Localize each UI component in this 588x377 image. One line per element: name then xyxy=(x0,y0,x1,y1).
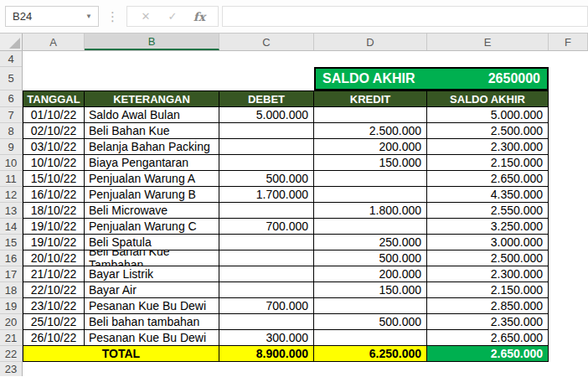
cell-kredit[interactable]: 250.000 xyxy=(314,235,427,250)
cell-saldo[interactable]: 2.550.000 xyxy=(427,203,549,219)
total-saldo-cell[interactable]: 2.650.000 xyxy=(427,346,549,362)
insert-function-icon[interactable]: fx xyxy=(186,10,213,23)
cell-kredit[interactable]: 500.000 xyxy=(314,250,427,266)
cell-tanggal[interactable]: 19/10/22 xyxy=(23,219,85,235)
cell-saldo[interactable]: 2.150.000 xyxy=(427,282,549,298)
cell-saldo[interactable]: 2.650.000 xyxy=(427,171,549,187)
cell-kredit[interactable]: 500.000 xyxy=(314,314,427,330)
cell-saldo[interactable]: 2.150.000 xyxy=(427,155,549,171)
name-box[interactable]: B24 ▼ xyxy=(5,6,99,27)
empty-row-23[interactable] xyxy=(23,362,588,376)
cell-kredit[interactable] xyxy=(314,298,427,314)
cell-kredit[interactable] xyxy=(314,219,427,235)
row-header-20[interactable]: 20 xyxy=(0,314,22,330)
name-box-dropdown-icon[interactable]: ▼ xyxy=(80,13,98,20)
header-saldo-akhir[interactable]: SALDO AKHIR xyxy=(427,90,549,107)
formula-bar-input[interactable] xyxy=(222,6,588,27)
cell-debet[interactable]: 1.700.000 xyxy=(219,187,314,203)
column-header-f[interactable]: F xyxy=(549,34,588,50)
empty-cells-a5-c5[interactable] xyxy=(23,67,314,90)
cell-saldo[interactable]: 3.250.000 xyxy=(427,219,549,235)
row-header-21[interactable]: 21 xyxy=(0,330,22,346)
cell-debet[interactable] xyxy=(219,250,314,266)
cell-debet[interactable] xyxy=(219,282,314,298)
cell-tanggal[interactable]: 03/10/22 xyxy=(23,139,85,155)
cell-debet[interactable]: 500.000 xyxy=(219,171,314,187)
cell-debet[interactable] xyxy=(219,203,314,219)
cell-saldo[interactable]: 2.850.000 xyxy=(427,298,549,314)
header-keterangan[interactable]: KETERANGAN xyxy=(85,90,219,107)
cell-saldo[interactable]: 2.300.000 xyxy=(427,139,549,155)
cell-keterangan[interactable]: Penjualan Warung B xyxy=(85,187,219,203)
cell-kredit[interactable] xyxy=(314,107,427,123)
cell-kredit[interactable] xyxy=(314,330,427,346)
row-header-17[interactable]: 17 xyxy=(0,266,22,282)
row-header-19[interactable]: 19 xyxy=(0,298,22,314)
row-header-18[interactable]: 18 xyxy=(0,282,22,298)
cell-saldo[interactable]: 2.350.000 xyxy=(427,314,549,330)
cell-debet[interactable] xyxy=(219,235,314,250)
cell-kredit[interactable]: 150.000 xyxy=(314,155,427,171)
cell-saldo[interactable]: 3.000.000 xyxy=(427,235,549,250)
cell-tanggal[interactable]: 10/10/22 xyxy=(23,155,85,171)
cell-saldo[interactable]: 5.000.000 xyxy=(427,107,549,123)
cell-tanggal[interactable]: 20/10/22 xyxy=(23,250,85,266)
cell-tanggal[interactable]: 19/10/22 xyxy=(23,235,85,250)
row-header-5[interactable]: 5 xyxy=(0,67,22,90)
cell-saldo[interactable]: 2.500.000 xyxy=(427,123,549,139)
row-header-10[interactable]: 10 xyxy=(0,155,22,171)
cell-debet[interactable] xyxy=(219,155,314,171)
cell-keterangan[interactable]: Beli bahan tambahan xyxy=(85,314,219,330)
cell-tanggal[interactable]: 21/10/22 xyxy=(23,266,85,282)
column-header-b[interactable]: B xyxy=(85,34,219,50)
row-header-14[interactable]: 14 xyxy=(0,219,22,235)
cell-keterangan[interactable]: Penjualan Warung C xyxy=(85,219,219,235)
cancel-icon[interactable]: ✕ xyxy=(132,10,159,23)
column-header-d[interactable]: D xyxy=(314,34,427,50)
empty-row-4[interactable] xyxy=(23,51,588,67)
cell-keterangan[interactable]: Saldo Awal Bulan xyxy=(85,107,219,123)
cell-tanggal[interactable]: 26/10/22 xyxy=(23,330,85,346)
cell-kredit[interactable]: 200.000 xyxy=(314,139,427,155)
row-header-12[interactable]: 12 xyxy=(0,187,22,203)
cell-saldo[interactable]: 2.500.000 xyxy=(427,250,549,266)
cell-keterangan[interactable]: Beli Bahan Kue Tambahan xyxy=(85,250,219,266)
cell-saldo[interactable]: 4.350.000 xyxy=(427,187,549,203)
cell-tanggal[interactable]: 01/10/22 xyxy=(23,107,85,123)
cell-kredit[interactable] xyxy=(314,187,427,203)
row-header-15[interactable]: 15 xyxy=(0,235,22,250)
cell-tanggal[interactable]: 25/10/22 xyxy=(23,314,85,330)
cell-debet[interactable]: 700.000 xyxy=(219,219,314,235)
cell-tanggal[interactable]: 15/10/22 xyxy=(23,171,85,187)
column-header-c[interactable]: C xyxy=(219,34,314,50)
cell-tanggal[interactable]: 02/10/22 xyxy=(23,123,85,139)
row-header-22[interactable]: 22 xyxy=(0,346,22,362)
column-header-e[interactable]: E xyxy=(427,34,549,50)
cell-kredit[interactable]: 1.800.000 xyxy=(314,203,427,219)
row-header-13[interactable]: 13 xyxy=(0,203,22,219)
cell-tanggal[interactable]: 16/10/22 xyxy=(23,187,85,203)
cell-kredit[interactable]: 150.000 xyxy=(314,282,427,298)
total-label-cell[interactable]: TOTAL xyxy=(23,346,219,362)
cell-keterangan[interactable]: Biaya Pengantaran xyxy=(85,155,219,171)
header-kredit[interactable]: KREDIT xyxy=(314,90,427,107)
header-debet[interactable]: DEBET xyxy=(219,90,314,107)
cell-keterangan[interactable]: Pesanan Kue Bu Dewi xyxy=(85,330,219,346)
row-header-6[interactable]: 6 xyxy=(0,90,22,107)
cell-debet[interactable]: 300.000 xyxy=(219,330,314,346)
enter-icon[interactable]: ✓ xyxy=(159,10,186,23)
cell-debet[interactable] xyxy=(219,314,314,330)
cell-saldo[interactable]: 2.300.000 xyxy=(427,266,549,282)
cell-keterangan[interactable]: Bayar Air xyxy=(85,282,219,298)
cell-saldo[interactable]: 2.650.000 xyxy=(427,330,549,346)
total-kredit-cell[interactable]: 6.250.000 xyxy=(314,346,427,362)
header-tanggal[interactable]: TANGGAL xyxy=(23,90,85,107)
cell-keterangan[interactable]: Penjualan Warung A xyxy=(85,171,219,187)
cell-tanggal[interactable]: 23/10/22 xyxy=(23,298,85,314)
saldo-akhir-banner[interactable]: SALDO AKHIR 2650000 xyxy=(314,67,549,90)
cell-debet[interactable]: 5.000.000 xyxy=(219,107,314,123)
total-debet-cell[interactable]: 8.900.000 xyxy=(219,346,314,362)
cell-kredit[interactable]: 200.000 xyxy=(314,266,427,282)
column-header-a[interactable]: A xyxy=(23,34,85,50)
cell-keterangan[interactable]: Bayar Listrik xyxy=(85,266,219,282)
